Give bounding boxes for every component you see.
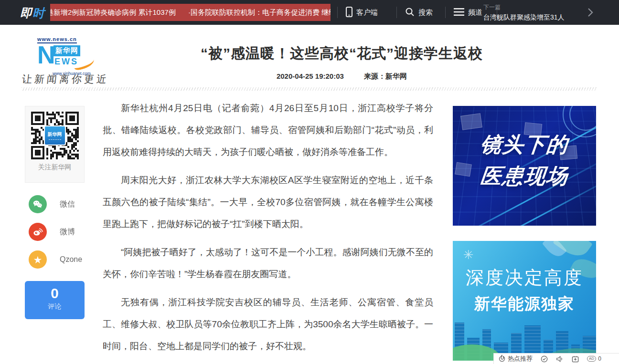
xinhuanet-logo[interactable]: www.news.cn N 新华网 EWS www.xinhuanet.com	[37, 34, 99, 76]
share-qzone-button[interactable]: ★ Qzone	[29, 250, 82, 269]
speaker-icon[interactable]	[556, 355, 564, 363]
article-header: “被”感温暖！这些高校“花式”迎接学生返校 2020-04-25 19:20:0…	[93, 44, 590, 81]
search-button[interactable]: 搜索	[405, 0, 433, 25]
comment-count-button[interactable]: 0 评论	[25, 281, 85, 319]
search-label: 搜索	[418, 8, 433, 17]
add-widget-icon[interactable]	[572, 355, 579, 363]
channels-button[interactable]: 频道	[454, 0, 482, 25]
ad-banner-top[interactable]: 镜头下的 医患现场	[453, 106, 596, 226]
ticker-headline-2[interactable]: ·国务院联防联控机制：电子商务促进消费 继续	[188, 8, 331, 16]
logo-letter-n: N	[37, 42, 55, 67]
browser-bottom-toolbar: 热点推荐 AD 0	[493, 353, 619, 364]
article-meta: 2020-04-25 19:20:03 来源：新华网	[93, 72, 590, 81]
breaking-news-ticker: 港新增2例新冠肺炎确诊病例 累计1037例 ·国务院联防联控机制：电子商务促进消…	[50, 4, 331, 21]
comment-label: 评论	[25, 302, 85, 311]
source-label: 来源：	[364, 72, 385, 80]
next-article-preview[interactable]: 下一篇 台湾舰队群聚感染增至31人	[483, 3, 579, 22]
share-weibo-button[interactable]: 微博	[29, 223, 75, 241]
ad-banner-bottom[interactable]: ✳ 深度决定高度 新华能源独家	[453, 241, 596, 361]
ad-filter-counter[interactable]: AD 0	[587, 355, 601, 362]
article-body: 新华社杭州4月25日电（记者俞菀）4月26日至5月10日，浙江高校学子将分批、错…	[103, 97, 433, 364]
ad-top-line1: 镜头下的	[453, 131, 596, 159]
weibo-icon	[29, 223, 47, 241]
comment-count: 0	[25, 285, 85, 302]
article-paragraph: “阿姨把被子晒好了，太感动了！这可不是一个小工程。感谢阿姨们无微不至的关怀，你们…	[103, 241, 433, 285]
ad-filter-count: 0	[598, 355, 601, 362]
hot-recommend-button[interactable]: 热点推荐	[499, 354, 533, 363]
flame-icon	[499, 354, 505, 363]
next-article-chevron-icon[interactable]	[587, 8, 593, 19]
share-wechat-button[interactable]: 微信	[29, 195, 75, 213]
publish-time: 2020-04-25 19:20:03	[277, 72, 344, 80]
share-weibo-label: 微博	[60, 227, 75, 237]
page-title: “被”感温暖！这些高校“花式”迎接学生返校	[93, 44, 590, 63]
qr-badge-text: 新华网	[48, 131, 62, 138]
right-ad-column: 镜头下的 医患现场 ✳ 深度决定高度 新华能源独家	[453, 106, 596, 361]
source-name[interactable]: 新华网	[385, 72, 407, 80]
qr-badge-line	[49, 139, 61, 140]
channels-label: 频道	[468, 8, 482, 17]
jishi-logo-part2: 时	[32, 6, 45, 20]
logo-artwork: N 新华网 EWS	[37, 44, 99, 69]
qr-code-panel: 新华网 关注新华网	[25, 106, 85, 183]
top-navigation-bar: 即时 港新增2例新冠肺炎确诊病例 累计1037例 ·国务院联防联控机制：电子商务…	[0, 0, 619, 25]
ad-top-line2: 医患现场	[453, 162, 596, 190]
hamburger-menu-icon	[454, 8, 464, 18]
share-qzone-label: Qzone	[60, 255, 82, 264]
hatched-divider	[21, 87, 597, 91]
sun-icon: ✳	[463, 248, 474, 262]
qr-caption: 关注新华网	[25, 163, 84, 172]
next-article-label: 下一篇	[483, 3, 579, 11]
phone-icon	[346, 7, 352, 19]
qr-center-badge: 新华网	[44, 125, 66, 146]
ad-photo-tile	[460, 113, 482, 130]
ticker-headline-1[interactable]: 港新增2例新冠肺炎确诊病例 累计1037例	[50, 8, 176, 16]
ad-bottom-line1: 深度决定高度	[453, 266, 596, 290]
search-icon	[405, 7, 415, 18]
wechat-icon	[29, 195, 47, 213]
topbar-divider	[337, 7, 338, 18]
jishi-logo[interactable]: 即时	[20, 5, 45, 21]
article-paragraph: 新华社杭州4月25日电（记者俞菀）4月26日至5月10日，浙江高校学子将分批、错…	[103, 97, 433, 163]
source: 来源：新华网	[364, 72, 407, 80]
hot-recommend-label: 热点推荐	[508, 354, 533, 363]
jishi-logo-part1: 即	[20, 6, 32, 20]
client-app-label: 客户端	[356, 8, 378, 17]
logo-chinese-name: 新华网	[53, 45, 80, 56]
share-wechat-label: 微信	[60, 199, 75, 209]
next-article-title: 台湾舰队群聚感染增至31人	[483, 13, 579, 22]
article-paragraph: 无独有偶，浙江科技学院安吉校区的辅导员、生活老师、公寓宿管、食堂员工、维修大叔、…	[103, 291, 433, 357]
qzone-star-icon: ★	[29, 250, 47, 269]
ad-bottom-line2: 新华能源独家	[453, 293, 596, 315]
ad-badge-icon: AD	[587, 356, 596, 362]
topbar-divider	[396, 7, 397, 18]
safety-check-icon[interactable]	[541, 355, 548, 363]
client-app-button[interactable]: 客户端	[346, 0, 378, 25]
article-paragraph: 周末阳光大好，浙江农林大学大东湖校区A区学生寝室附近的空地上，近千条五颜六色的被…	[103, 169, 433, 235]
topbar-divider	[445, 7, 446, 18]
